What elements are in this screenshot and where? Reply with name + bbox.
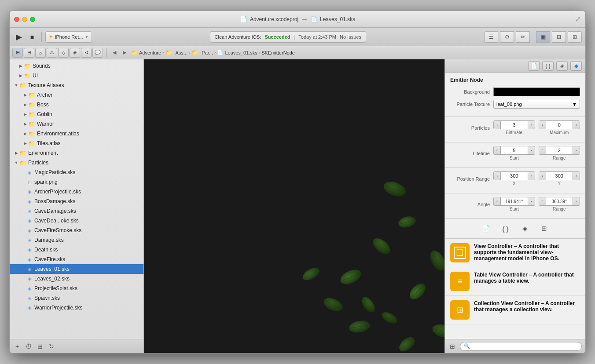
lifetime-range-up[interactable]: › [573,146,580,154]
angle-range-control[interactable]: ‹ 360.39° › [539,197,580,206]
maximum-up[interactable]: › [573,121,580,129]
lifetime-range-control[interactable]: ‹ 2 › [539,146,580,155]
sidebar-item-boss[interactable]: ▶ 📁 Boss [10,100,143,109]
sidebar-item-archer-projectile[interactable]: ◈ ArcherProjectile.sks [10,187,143,197]
nav-back-btn[interactable]: ◀ [110,48,119,58]
sidebar-item-archer[interactable]: ▶ 📁 Archer [10,90,143,100]
position-x-control[interactable]: ‹ 300 › [493,171,535,180]
sidebar-item-tiles-atlas[interactable]: ▶ 📁 Tiles.atlas [10,138,143,148]
lifetime-range-down[interactable]: ‹ [539,146,546,154]
sidebar-item-cave-fire-smoke[interactable]: ◈ CaveFireSmoke.sks [10,226,143,235]
birthrate-up[interactable]: › [528,121,535,129]
library-item-vc[interactable]: ☐ View Controller – A controller that su… [445,239,585,267]
sidebar-item-magic-particle[interactable]: ◈ MagicParticle.sks [10,167,143,177]
position-y-control[interactable]: ‹ 300 › [539,171,580,180]
sidebar-item-damage[interactable]: ◈ Damage.sks [10,235,143,245]
symbol-nav-btn[interactable]: ⊟ [24,48,34,58]
sidebar-item-cave-fire[interactable]: ◈ CaveFire.sks [10,255,143,264]
lifetime-start-up[interactable]: › [528,146,535,154]
breadcrumb-assets[interactable]: 📁 Ass... [165,49,188,56]
sidebar-item-spark[interactable]: ◻ spark.png [10,177,143,187]
cube-sub-icon[interactable]: ◈ [519,222,531,235]
history-btn[interactable]: ⏱ [25,342,33,350]
nav-forward-btn[interactable]: ▶ [120,48,129,58]
sidebar-item-env-atlas[interactable]: ▶ 📁 Environment.atlas [10,129,143,138]
standard-editor-btn[interactable]: ▣ [536,31,550,43]
panel-3d-btn[interactable]: ◈ [556,61,568,71]
position-x-up[interactable]: › [528,172,535,180]
sidebar-item-proj-splat[interactable]: ◈ ProjectileSplat.sks [10,284,143,293]
position-y-down[interactable]: ‹ [539,172,546,180]
vc-title-bold: View Controller [474,243,513,249]
folder-nav-btn[interactable]: ⊞ [12,48,23,58]
stop-button[interactable]: ■ [26,31,38,43]
code-sub-icon[interactable]: { } [500,222,512,235]
breakpoint-nav-btn[interactable]: ⊲ [81,48,92,58]
file-sub-icon[interactable]: 📄 [480,222,492,235]
library-item-tvc[interactable]: ≡ Table View Controller – A controller t… [445,267,585,296]
canvas-area[interactable] [144,59,444,353]
version-editor-btn[interactable]: ⊞ [568,31,582,43]
maximum-control[interactable]: ‹ 0 › [539,120,580,129]
location-btn[interactable]: ↻ [48,342,55,350]
close-button[interactable] [14,17,19,22]
maximum-down[interactable]: ‹ [539,121,546,129]
breadcrumb-adventure[interactable]: 📁 Adventure [131,50,161,56]
sidebar-item-leaves-02[interactable]: ◈ Leaves_02.sks [10,274,143,284]
warning-nav-btn[interactable]: ⚠ [47,48,57,58]
angle-start-down[interactable]: ‹ [494,197,501,205]
angle-start-up[interactable]: › [528,197,535,205]
run-button[interactable]: ▶ [13,31,25,43]
panel-blue-gem-btn[interactable]: ◆ [570,61,582,71]
sidebar-item-warrior[interactable]: ▶ 📁 Warrior [10,119,143,129]
report-nav-btn[interactable]: 💬 [92,48,103,58]
fullscreen-button[interactable]: ⤢ [575,15,581,23]
debug-nav-btn[interactable]: ◈ [70,48,80,58]
breadcrumb-file[interactable]: 📄 Leaves_01.sks [217,50,257,56]
sidebar-item-texture-atlases[interactable]: ▼ 📁 Texture Atlases [10,80,143,90]
particle-texture-dropdown[interactable]: leaf_00.png ▼ [493,100,580,109]
sidebar-item-death[interactable]: ◈ Death.sks [10,245,143,255]
grid-sub-icon[interactable]: ⊞ [538,222,551,235]
minimize-button[interactable] [22,17,27,22]
navigator-view-btn[interactable]: ☰ [484,31,498,43]
vc-icon-symbol: ☐ [454,247,466,259]
birthrate-down[interactable]: ‹ [494,121,501,129]
filter-btn[interactable]: ⊞ [36,342,44,350]
panel-quick-help-btn[interactable]: { } [542,61,554,71]
position-x-down[interactable]: ‹ [494,172,501,180]
debug-view-btn[interactable]: ⚙ [500,31,514,43]
assistant-view-btn[interactable]: ✏ [516,31,530,43]
position-y-up[interactable]: › [573,172,580,180]
sidebar-item-boss-damage[interactable]: ◈ BossDamage.sks [10,197,143,206]
scheme-selector[interactable]: ✦ iPhone Ret... ▼ [45,31,92,43]
angle-start-control[interactable]: ‹ 191.941° › [493,197,535,206]
sidebar-item-goblin[interactable]: ▶ 📁 Goblin [10,109,143,119]
maximize-button[interactable] [30,17,35,22]
sidebar-item-spawn[interactable]: ◈ Spawn.sks [10,293,143,303]
library-search[interactable]: 🔍 [460,342,582,351]
sidebar-item-particles[interactable]: ▼ 📁 Particles [10,158,143,167]
panel-file-btn[interactable]: 📄 [528,61,540,71]
angle-range-up[interactable]: › [573,197,580,205]
test-nav-btn[interactable]: ◇ [58,48,69,58]
add-file-btn[interactable]: + [13,342,21,350]
breadcrumb-class[interactable]: SKEmitterNode [261,50,295,55]
sidebar-item-cave-damage[interactable]: ◈ CaveDamage.sks [10,206,143,216]
library-grid-btn[interactable]: ⊞ [448,342,456,350]
assistant-editor-btn[interactable]: ⊟ [552,31,566,43]
sidebar-item-warrior-proj[interactable]: ◈ WarriorProjectile.sks [10,303,143,313]
birthrate-control[interactable]: ‹ 3 › [493,120,535,129]
lifetime-start-control[interactable]: ‹ 5 › [493,146,535,155]
lifetime-start-down[interactable]: ‹ [494,146,501,154]
sidebar-item-sounds[interactable]: ▶ 📁 Sounds [10,61,143,71]
angle-range-down[interactable]: ‹ [539,197,546,205]
sidebar-item-cave-dea-oke[interactable]: ◈ CaveDea...oke.sks [10,216,143,226]
background-value[interactable] [493,87,580,96]
breadcrumb-particles[interactable]: 📁 Par... [191,49,213,56]
library-item-cvc[interactable]: ⊞ Collection View Controller – A control… [445,296,585,324]
sidebar-item-ui[interactable]: ▶ 📁 UI [10,71,143,80]
search-nav-btn[interactable]: ⌕ [35,48,46,58]
sidebar-item-environment[interactable]: ▶ 📁 Environment [10,148,143,158]
sidebar-item-leaves-01[interactable]: ◈ Leaves_01.sks [10,264,143,274]
